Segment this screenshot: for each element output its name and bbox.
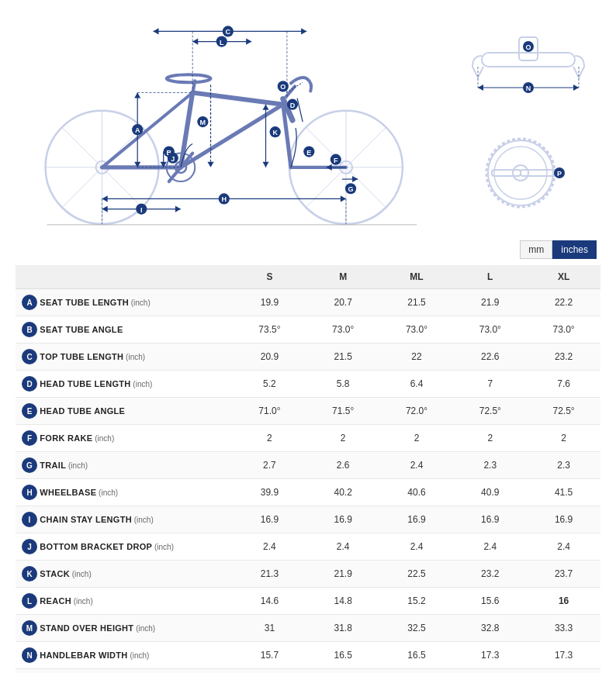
row-label: HEAD TUBE LENGTH — [40, 379, 130, 388]
value-cell: 3.5 — [306, 669, 380, 674]
svg-marker-96 — [573, 85, 579, 91]
row-label: BOTTOM BRACKET DROP — [40, 542, 152, 551]
value-cell: 22 — [380, 343, 454, 371]
svg-text:M: M — [200, 119, 206, 126]
row-label: WHEELBASE — [40, 488, 96, 497]
value-cell: 16.9 — [380, 506, 454, 533]
label-cell: A SEAT TUBE LENGTH (inch) — [16, 289, 233, 316]
row-label: TOP TUBE LENGTH — [40, 352, 123, 361]
svg-text:N: N — [526, 85, 531, 92]
row-unit: (inch) — [128, 651, 150, 660]
value-cell: 17.3 — [527, 642, 600, 669]
value-cell: 39.9 — [233, 479, 306, 506]
row-badge-n: N — [22, 647, 37, 663]
value-cell: 2 — [306, 425, 380, 452]
table-row: H WHEELBASE (inch)39.940.240.640.941.5 — [16, 479, 600, 506]
value-cell: 72.5° — [527, 398, 600, 425]
label-cell: J BOTTOM BRACKET DROP (inch) — [16, 533, 233, 561]
value-cell: 20.7 — [306, 289, 380, 316]
row-badge-i: I — [22, 512, 37, 527]
table-row: E HEAD TUBE ANGLE 71.0°71.5°72.0°72.5°72… — [16, 398, 600, 425]
svg-rect-105 — [521, 170, 558, 176]
row-badge-m: M — [22, 620, 37, 636]
value-cell: 15.7 — [233, 642, 306, 669]
svg-text:J: J — [171, 155, 175, 163]
value-cell: 21.3 — [233, 561, 306, 588]
inches-button[interactable]: inches — [552, 240, 597, 259]
svg-line-86 — [286, 82, 303, 92]
value-cell: 15.2 — [380, 588, 454, 615]
label-cell: C TOP TUBE LENGTH (inch) — [16, 343, 233, 371]
handlebar-svg: O N — [466, 22, 590, 107]
svg-line-14 — [181, 105, 283, 167]
row-label: STAND OVER HEIGHT — [40, 623, 133, 633]
svg-marker-28 — [153, 28, 158, 34]
value-cell: 2 — [233, 425, 306, 452]
value-cell: 31.8 — [306, 615, 380, 642]
value-cell: 23.2 — [453, 561, 527, 588]
table-row: C TOP TUBE LENGTH (inch)20.921.52222.623… — [16, 343, 600, 371]
table-row: G TRAIL (inch)2.72.62.42.32.3 — [16, 452, 600, 479]
value-cell: 40.9 — [453, 479, 527, 506]
value-cell: 16 — [527, 588, 600, 615]
value-cell: 32.5 — [380, 615, 454, 642]
table-row: N HANDLEBAR WIDTH (inch)15.716.516.517.3… — [16, 642, 600, 669]
row-badge-h: H — [22, 485, 37, 500]
header-m: M — [306, 265, 380, 289]
row-unit: (inch) — [131, 380, 153, 388]
mm-button[interactable]: mm — [520, 240, 552, 259]
value-cell: 22.6 — [453, 343, 527, 371]
svg-text:E: E — [306, 149, 311, 157]
value-cell: 2.7 — [233, 452, 306, 479]
value-cell: 16.5 — [380, 642, 454, 669]
bike-svg-container: C L A B — [16, 12, 456, 229]
svg-marker-83 — [207, 162, 213, 167]
label-cell: H WHEELBASE (inch) — [16, 479, 233, 506]
value-cell: 21.5 — [380, 289, 454, 316]
table-row: D HEAD TUBE LENGTH (inch)5.25.86.477.6 — [16, 371, 600, 398]
header-l: L — [453, 265, 527, 289]
header-xl: XL — [527, 265, 600, 289]
row-label: SEAT TUBE ANGLE — [40, 325, 123, 334]
specs-table: S M ML L XL A SEAT TUBE LENGTH (inch)19.… — [16, 265, 600, 673]
table-row: M STAND OVER HEIGHT (inch)3131.832.532.8… — [16, 615, 600, 642]
label-cell: B SEAT TUBE ANGLE — [16, 316, 233, 343]
svg-text:K: K — [272, 129, 278, 136]
row-label: HEAD TUBE ANGLE — [40, 406, 125, 416]
value-cell: 2.4 — [527, 533, 600, 561]
table-row: L REACH (inch)14.614.815.215.616 — [16, 588, 600, 615]
value-cell: 31 — [233, 615, 306, 642]
svg-marker-62 — [102, 195, 108, 202]
svg-text:O: O — [525, 43, 531, 51]
value-cell: 2 — [527, 425, 600, 452]
row-label: TRAIL — [40, 461, 66, 470]
row-unit: (inch) — [96, 488, 118, 497]
label-cell: M STAND OVER HEIGHT (inch) — [16, 615, 233, 642]
row-badge-l: L — [22, 593, 37, 609]
table-row: O STEM LENGTH (inch)3.13.53.93.94.3 — [16, 669, 600, 674]
svg-marker-40 — [134, 93, 140, 98]
row-badge-f: F — [22, 430, 37, 446]
value-cell: 2 — [453, 425, 527, 452]
label-cell: O STEM LENGTH (inch) — [16, 669, 233, 674]
accessories-container: O N — [456, 12, 600, 229]
value-cell: 22.5 — [380, 561, 454, 588]
label-cell: I CHAIN STAY LENGTH (inch) — [16, 506, 233, 533]
chainring-svg: P — [478, 126, 579, 219]
svg-line-48 — [297, 98, 303, 122]
row-label: SEAT TUBE LENGTH — [40, 298, 129, 307]
svg-marker-36 — [246, 39, 251, 45]
table-row: F FORK RAKE (inch)22222 — [16, 425, 600, 452]
value-cell: 17.3 — [453, 642, 527, 669]
row-label: FORK RAKE — [40, 433, 92, 443]
value-cell: 20.9 — [233, 343, 306, 371]
row-badge-k: K — [22, 566, 37, 582]
row-unit: (inch) — [152, 543, 174, 551]
value-cell: 7.6 — [527, 371, 600, 398]
row-badge-j: J — [22, 539, 37, 554]
value-cell: 2.3 — [453, 452, 527, 479]
row-unit: (inch) — [92, 434, 114, 443]
row-unit: (inch) — [70, 570, 92, 578]
value-cell: 73.0° — [380, 316, 454, 343]
value-cell: 21.9 — [453, 289, 527, 316]
